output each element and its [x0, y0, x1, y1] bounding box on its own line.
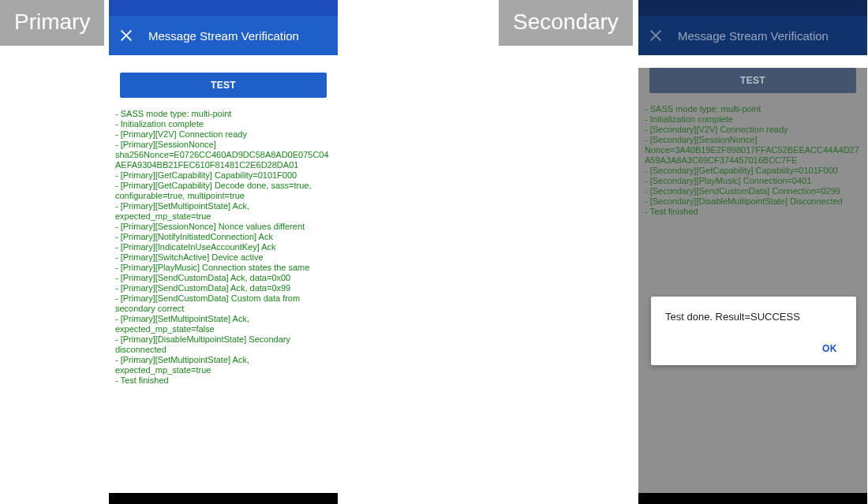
test-button[interactable]: TEST — [120, 73, 327, 98]
log-line: - [Secondary][PlayMusic] Connection=0401 — [645, 176, 861, 186]
log-output: - SASS mode type: multi-point - Initiali… — [642, 104, 864, 217]
log-line: - [Primary][DisableMultipointState] Seco… — [115, 334, 331, 355]
log-line: - [Primary][SwitchActive] Device active — [115, 252, 331, 263]
close-icon[interactable] — [649, 29, 662, 42]
log-line: - [Primary][V2V] Connection ready — [115, 129, 331, 140]
dim-overlay: TEST - SASS mode type: multi-point - Ini… — [638, 68, 867, 504]
log-line: - [Primary][GetCapability] Capability=01… — [115, 170, 331, 181]
log-line: - SASS mode type: multi-point — [645, 104, 861, 114]
log-line: - [Primary][SessionNonce] sha256Nonce=E0… — [115, 140, 331, 170]
dialog-message: Test done. Result=SUCCESS — [665, 311, 842, 323]
log-line: - SASS mode type: multi-point — [115, 109, 331, 119]
content-area: TEST - SASS mode type: multi-point - Ini… — [109, 55, 338, 386]
log-line: - [Primary][SetMultipointState] Ack, exp… — [115, 201, 331, 222]
log-line: - Test finished — [115, 375, 331, 386]
log-line: - [Secondary][GetCapability] Capability=… — [645, 166, 861, 176]
content-area: TEST - SASS mode type: multi-point - Ini… — [638, 68, 867, 217]
log-line: - Test finished — [645, 207, 861, 217]
log-line: - [Primary][IndicateInUseAccountKey] Ack — [115, 242, 331, 252]
test-button[interactable]: TEST — [649, 68, 856, 93]
secondary-label-tag: Secondary — [499, 0, 633, 46]
log-line: - [Secondary][V2V] Connection ready — [645, 125, 861, 135]
page-title: Message Stream Verification — [148, 29, 299, 43]
log-line: - [Secondary][SendCustomData] Connection… — [645, 186, 861, 196]
log-line: - [Secondary][SessionNonce] Nonce=3A40B1… — [645, 135, 861, 166]
app-bar: Message Stream Verification — [109, 16, 338, 55]
secondary-device-frame: Message Stream Verification TEST - SASS … — [638, 0, 867, 504]
log-line: - [Primary][SetMultipointState] Ack, exp… — [115, 355, 331, 375]
result-dialog: Test done. Result=SUCCESS OK — [651, 297, 856, 365]
log-line: - [Primary][SetMultipointState] Ack, exp… — [115, 314, 331, 334]
log-output: - SASS mode type: multi-point - Initiali… — [112, 109, 335, 386]
log-line: - [Primary][SendCustomData] Ack, data=0x… — [115, 283, 331, 293]
primary-label-tag: Primary — [0, 0, 104, 46]
app-bar: Message Stream Verification — [638, 16, 867, 55]
log-line: - [Primary][SendCustomData] Custom data … — [115, 293, 331, 314]
ok-button[interactable]: OK — [817, 340, 842, 357]
status-bar — [109, 0, 338, 16]
log-line: - [Primary][SessionNonce] Nonce values d… — [115, 222, 331, 232]
log-line: - [Primary][NotifyInitiatedConnection] A… — [115, 232, 331, 242]
status-bar — [638, 0, 867, 16]
page-title: Message Stream Verification — [678, 29, 829, 43]
nav-bar — [109, 493, 338, 504]
log-line: - Initialization complete — [115, 119, 331, 129]
primary-device-frame: Message Stream Verification TEST - SASS … — [109, 0, 338, 504]
close-icon[interactable] — [120, 29, 133, 42]
log-line: - [Primary][SendCustomData] Ack, data=0x… — [115, 273, 331, 283]
log-line: - Initialization complete — [645, 114, 861, 125]
log-line: - [Secondary][DisableMultipointState] Di… — [645, 196, 861, 207]
nav-bar — [638, 493, 867, 504]
log-line: - [Primary][PlayMusic] Connection states… — [115, 263, 331, 273]
log-line: - [Primary][GetCapability] Decode done, … — [115, 181, 331, 201]
